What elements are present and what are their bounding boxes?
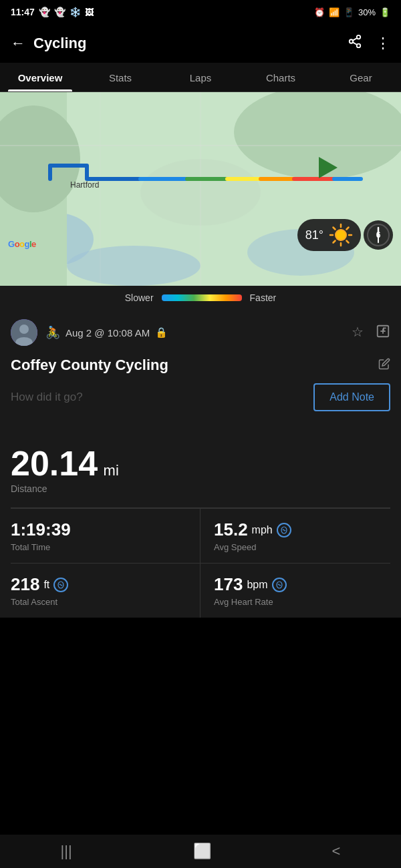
total-ascent-stat: 218 ft Total Ascent	[11, 563, 200, 618]
photo-icon: 🖼	[85, 7, 94, 17]
favorite-star-icon[interactable]: ☆	[352, 324, 364, 342]
slower-label: Slower	[125, 292, 154, 303]
avg-speed-stat: 15.2 mph Avg Speed	[200, 508, 390, 563]
svg-line-29	[347, 228, 349, 230]
nav-right: ⋮	[348, 34, 390, 53]
weather-pill: 81°	[297, 219, 361, 251]
distance-label: Distance	[11, 483, 390, 494]
top-nav: ← Cycling ⋮	[0, 24, 401, 63]
avg-heart-rate-unit: bpm	[247, 579, 267, 591]
status-time: 11:47	[11, 7, 35, 17]
status-bar: 11:47 👻 👻 ❄️ 🖼 ⏰ 📶 📱 30% 🔋	[0, 0, 401, 24]
timer-display: 6	[364, 220, 393, 250]
share-button[interactable]	[348, 34, 362, 53]
map-view[interactable]: Hartford Google 81°	[0, 92, 401, 286]
status-right: ⏰ 📶 📱 30% 🔋	[314, 7, 390, 17]
avg-heart-rate-live-badge	[272, 578, 287, 592]
distance-stat: 20.14 mi Distance	[11, 434, 390, 507]
more-menu-button[interactable]: ⋮	[376, 35, 390, 52]
map-terrain	[0, 92, 401, 286]
tab-gear[interactable]: Gear	[321, 63, 401, 91]
google-maps-logo: Google	[8, 239, 36, 249]
total-time-stat: 1:19:39 Total Time	[11, 508, 200, 563]
activity-section: 🚴 Aug 2 @ 10:08 AM 🔒 ☆ Coffey County Cyc…	[0, 310, 401, 434]
avg-speed-value: 15.2	[214, 519, 248, 540]
meta-actions: ☆	[352, 324, 390, 342]
page-title: Cycling	[33, 35, 86, 52]
tab-laps[interactable]: Laps	[160, 63, 241, 91]
battery-icon: 🔋	[380, 7, 390, 17]
map-overlay: 81°	[297, 219, 393, 251]
map-location-label: Hartford	[70, 180, 99, 190]
back-button[interactable]: ←	[11, 35, 25, 52]
user-avatar	[11, 319, 37, 346]
avg-heart-rate-value-row: 173 bpm	[214, 574, 390, 595]
total-ascent-value-row: 218 ft	[11, 574, 186, 595]
home-button[interactable]: ⬜	[193, 843, 211, 860]
tab-overview[interactable]: Overview	[0, 63, 80, 91]
tab-stats[interactable]: Stats	[80, 63, 160, 91]
svg-point-37	[19, 324, 29, 334]
note-row: How did it go? Add Note	[11, 383, 390, 411]
privacy-lock-icon: 🔒	[155, 327, 168, 339]
export-image-icon[interactable]	[376, 324, 390, 342]
tabs-bar: Overview Stats Laps Charts Gear	[0, 63, 401, 92]
avg-speed-value-row: 15.2 mph	[214, 519, 390, 540]
total-ascent-unit: ft	[43, 579, 49, 591]
tab-charts[interactable]: Charts	[241, 63, 321, 91]
distance-value: 20.14	[11, 444, 98, 483]
total-time-value-row: 1:19:39	[11, 519, 186, 540]
bottom-spacer	[0, 618, 401, 658]
svg-line-28	[347, 241, 349, 243]
activity-meta: 🚴 Aug 2 @ 10:08 AM 🔒 ☆	[11, 319, 390, 346]
total-ascent-live-badge	[53, 578, 68, 592]
avg-heart-rate-label: Avg Heart Rate	[214, 597, 390, 607]
avg-heart-rate-stat: 173 bpm Avg Heart Rate	[200, 563, 390, 618]
faster-label: Faster	[250, 292, 277, 303]
activity-title-row: Coffey County Cycling	[11, 357, 390, 374]
svg-point-7	[67, 246, 200, 286]
add-note-button[interactable]: Add Note	[313, 383, 390, 411]
wind-icon: ❄️	[70, 7, 81, 17]
speed-legend: Slower Faster	[0, 286, 401, 310]
wifi-icon: 📶	[329, 7, 340, 17]
avg-speed-live-badge	[277, 523, 291, 537]
svg-line-27	[333, 228, 336, 230]
distance-unit: mi	[104, 462, 119, 479]
stats-grid: 1:19:39 Total Time 15.2 mph Avg Speed	[11, 508, 390, 618]
avg-speed-unit: mph	[252, 524, 273, 536]
activity-date: Aug 2 @ 10:08 AM	[65, 327, 150, 339]
svg-text:6: 6	[376, 230, 381, 240]
nav-left: ← Cycling	[11, 35, 86, 52]
meta-info: 🚴 Aug 2 @ 10:08 AM 🔒	[45, 325, 344, 340]
timer-clock-icon: 6	[366, 223, 390, 247]
stats-section: 20.14 mi Distance 1:19:39 Total Time 15.…	[0, 434, 401, 618]
activity-title: Coffey County Cycling	[11, 357, 168, 374]
cycling-activity-icon: 🚴	[45, 325, 60, 340]
total-time-value: 1:19:39	[11, 519, 71, 540]
status-left: 11:47 👻 👻 ❄️ 🖼	[11, 7, 94, 17]
signal-icon: 📱	[344, 7, 354, 17]
avg-heart-rate-value: 173	[214, 574, 243, 595]
total-ascent-label: Total Ascent	[11, 597, 186, 607]
svg-line-3	[353, 42, 357, 45]
weather-sun-icon	[329, 223, 353, 247]
svg-line-4	[353, 38, 357, 41]
alarm-icon: ⏰	[314, 7, 325, 17]
svg-point-31	[336, 230, 346, 240]
speed-color-bar	[162, 294, 242, 301]
total-time-label: Total Time	[11, 542, 186, 552]
recent-apps-button[interactable]: |||	[60, 843, 72, 860]
edit-title-button[interactable]	[378, 358, 390, 373]
avg-speed-label: Avg Speed	[214, 542, 390, 552]
back-nav-button[interactable]: <	[332, 843, 341, 860]
battery-percent: 30%	[358, 7, 376, 17]
temperature-display: 81°	[305, 228, 323, 242]
svg-line-30	[333, 241, 336, 243]
route-start-marker	[319, 157, 338, 178]
bottom-nav-bar: ||| ⬜ <	[0, 835, 401, 868]
snapchat-icon: 👻	[39, 7, 50, 17]
total-ascent-value: 218	[11, 574, 39, 595]
note-placeholder-text[interactable]: How did it go?	[11, 391, 83, 404]
snapchat2-icon: 👻	[54, 7, 65, 17]
